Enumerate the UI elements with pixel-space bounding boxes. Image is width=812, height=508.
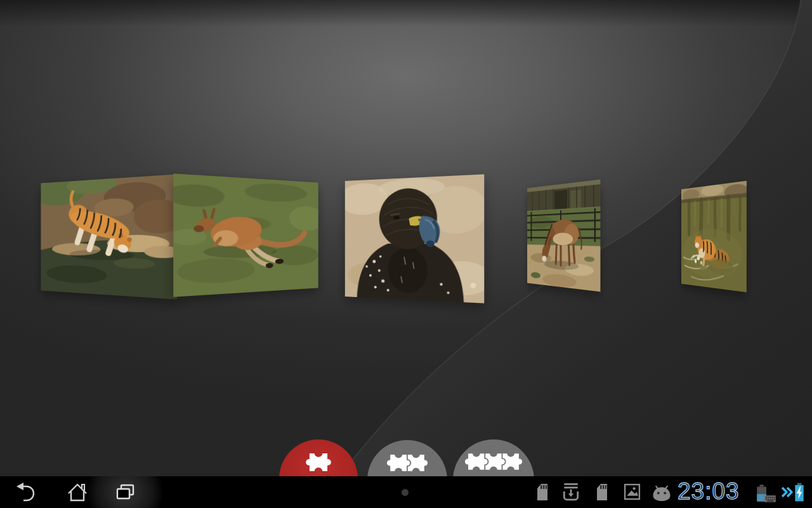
android-debug-icon[interactable] [652,485,672,502]
recent-apps-button[interactable] [114,481,136,504]
sd-card-2-icon[interactable] [594,483,610,502]
puzzle-gallery-screen: 23:03 [0,0,812,508]
center-menu-dot [402,489,409,496]
sd-card-icon[interactable] [534,483,551,502]
home-button[interactable] [66,481,89,504]
puzzle-one-piece-icon [304,448,333,477]
back-button[interactable] [14,481,37,504]
puzzle-three-pieces-icon [463,448,524,476]
difficulty-selector [0,0,812,508]
battery-charging-icon[interactable] [793,482,806,502]
battery-with-keyboard-icon[interactable] [754,483,778,503]
status-clock[interactable]: 23:03 [678,478,740,505]
puzzle-two-pieces-icon [385,449,429,477]
system-bar: 23:03 [0,476,812,508]
gallery-icon[interactable] [624,483,641,500]
download-icon[interactable] [563,483,579,502]
